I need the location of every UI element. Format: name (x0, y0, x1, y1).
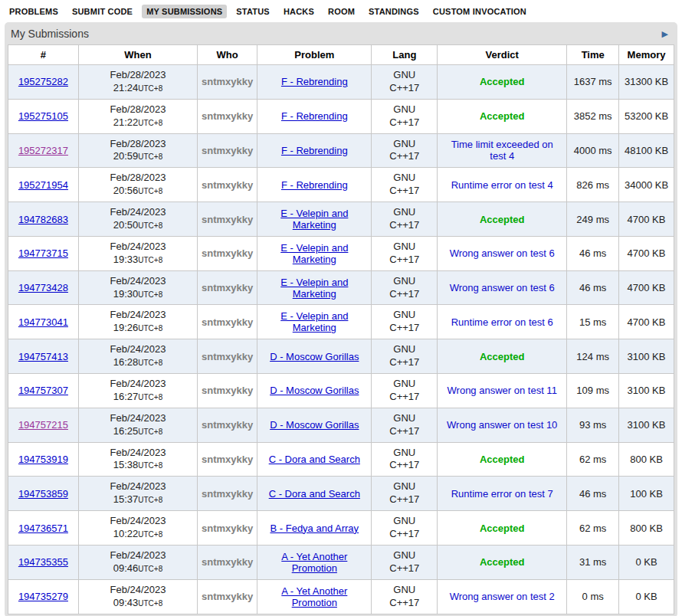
user-link[interactable]: sntmxykky (202, 556, 253, 568)
submissions-panel: My Submissions ▶ # When Who Problem Lang… (5, 22, 677, 616)
verdict-label: Time limit exceeded on test 4 (451, 139, 553, 162)
user-link[interactable]: sntmxykky (202, 591, 253, 602)
submission-id-link[interactable]: 195272317 (18, 145, 68, 156)
submission-id-link[interactable]: 195275282 (18, 76, 68, 87)
submission-lang-cell: GNU C++17 (372, 477, 438, 511)
submission-lang-cell: GNU C++17 (372, 511, 438, 546)
submission-memory-cell: 0 KB (619, 579, 674, 614)
submission-id-link[interactable]: 194773715 (18, 247, 68, 259)
submission-problem-cell: F - Rebrending (257, 99, 372, 133)
contest-nav: PROBLEMSSUBMIT CODEMY SUBMISSIONSSTATUSH… (0, 0, 682, 21)
submission-row: 194757307Feb/24/202316:27UTC+8sntmxykkyD… (8, 374, 674, 408)
submission-id-link[interactable]: 194735355 (18, 556, 68, 568)
col-header-id: # (8, 45, 79, 65)
problem-link[interactable]: F - Rebrending (281, 110, 348, 122)
nav-item-my-submissions[interactable]: MY SUBMISSIONS (142, 5, 227, 18)
submission-problem-cell: E - Velepin and Marketing (257, 270, 372, 305)
problem-link[interactable]: D - Moscow Gorillas (270, 419, 359, 431)
submission-id-link[interactable]: 194757413 (18, 351, 68, 362)
submission-lang-cell: GNU C++17 (372, 133, 438, 168)
nav-item-standings[interactable]: STANDINGS (364, 5, 424, 18)
col-header-lang: Lang (372, 45, 438, 65)
submission-date: Feb/28/2023 (82, 103, 194, 116)
submission-id-link[interactable]: 194753859 (18, 488, 68, 500)
expand-filter-icon[interactable]: ▶ (661, 30, 670, 38)
submission-memory-cell: 4700 KB (619, 270, 674, 305)
user-link[interactable]: sntmxykky (202, 110, 253, 122)
problem-link[interactable]: E - Velepin and Marketing (280, 242, 348, 265)
problem-link[interactable]: D - Moscow Gorillas (270, 385, 359, 396)
user-link[interactable]: sntmxykky (202, 488, 253, 500)
user-link[interactable]: sntmxykky (202, 282, 253, 293)
submission-memory-cell: 48100 KB (619, 133, 674, 168)
submission-verdict-cell: Accepted (438, 339, 567, 374)
problem-link[interactable]: A - Yet Another Promotion (281, 585, 347, 608)
submission-time: 10:22UTC+8 (82, 528, 194, 541)
submission-lang-cell: GNU C++17 (372, 65, 438, 100)
submission-time: 21:24UTC+8 (82, 82, 194, 95)
submission-id-link[interactable]: 194753919 (18, 454, 68, 465)
submission-id-link[interactable]: 194757215 (18, 419, 68, 431)
problem-link[interactable]: B - Fedya and Array (270, 523, 359, 534)
user-link[interactable]: sntmxykky (202, 351, 253, 362)
submission-id-link[interactable]: 194782683 (18, 214, 68, 225)
submission-id-link[interactable]: 194773428 (18, 282, 68, 293)
problem-link[interactable]: C - Dora and Search (269, 454, 360, 465)
submission-who-cell: sntmxykky (198, 579, 257, 614)
problem-link[interactable]: E - Velepin and Marketing (280, 277, 348, 300)
submission-lang-cell: GNU C++17 (372, 579, 438, 614)
user-link[interactable]: sntmxykky (202, 76, 253, 87)
nav-item-hacks[interactable]: HACKS (279, 5, 319, 18)
submission-id-link[interactable]: 195275105 (18, 110, 68, 122)
submission-id-link[interactable]: 194735279 (18, 591, 68, 602)
submission-id-link[interactable]: 194736571 (18, 523, 68, 534)
col-header-when: When (78, 45, 197, 65)
submission-who-cell: sntmxykky (198, 374, 257, 408)
user-link[interactable]: sntmxykky (202, 385, 253, 396)
submission-date: Feb/24/2023 (82, 584, 194, 597)
submission-id-cell: 194773041 (8, 305, 79, 339)
user-link[interactable]: sntmxykky (202, 316, 253, 328)
submission-row: 194782683Feb/24/202320:50UTC+8sntmxykkyE… (8, 202, 674, 237)
submission-id-link[interactable]: 194757307 (18, 385, 68, 396)
problem-link[interactable]: F - Rebrending (281, 179, 348, 191)
submission-who-cell: sntmxykky (198, 545, 257, 579)
user-link[interactable]: sntmxykky (202, 419, 253, 431)
col-header-verdict: Verdict (438, 45, 567, 65)
submission-memory-cell: 4700 KB (619, 305, 674, 339)
nav-item-status[interactable]: STATUS (231, 5, 274, 18)
user-link[interactable]: sntmxykky (202, 214, 253, 225)
submission-time: 16:25UTC+8 (82, 425, 194, 438)
timezone-label: UTC+8 (138, 599, 162, 608)
nav-item-custom-invocation[interactable]: CUSTOM INVOCATION (428, 5, 531, 18)
verdict-label: Accepted (480, 351, 525, 362)
submission-problem-cell: D - Moscow Gorillas (257, 374, 372, 408)
timezone-label: UTC+8 (138, 84, 162, 93)
nav-item-problems[interactable]: PROBLEMS (5, 5, 63, 18)
user-link[interactable]: sntmxykky (202, 523, 253, 534)
submission-id-link[interactable]: 194773041 (18, 316, 68, 328)
problem-link[interactable]: E - Velepin and Marketing (280, 310, 348, 333)
problem-link[interactable]: A - Yet Another Promotion (281, 551, 347, 574)
user-link[interactable]: sntmxykky (202, 247, 253, 259)
submission-row: 194753919Feb/24/202315:38UTC+8sntmxykkyC… (8, 442, 674, 477)
time-value: 10:22 (113, 528, 139, 539)
problem-link[interactable]: E - Velepin and Marketing (280, 208, 348, 231)
user-link[interactable]: sntmxykky (202, 454, 253, 465)
user-link[interactable]: sntmxykky (202, 145, 253, 156)
nav-item-submit-code[interactable]: SUBMIT CODE (67, 5, 137, 18)
submission-id-cell: 195275105 (8, 99, 79, 133)
submission-problem-cell: D - Moscow Gorillas (257, 339, 372, 374)
problem-link[interactable]: F - Rebrending (281, 76, 348, 87)
time-value: 16:27 (113, 391, 139, 402)
timezone-label: UTC+8 (138, 187, 162, 195)
submission-id-link[interactable]: 195271954 (18, 179, 68, 191)
submission-who-cell: sntmxykky (198, 442, 257, 477)
language-label: GNU C++17 (385, 480, 425, 506)
nav-item-room[interactable]: ROOM (323, 5, 359, 18)
problem-link[interactable]: C - Dora and Search (269, 488, 360, 500)
problem-link[interactable]: F - Rebrending (281, 145, 348, 156)
user-link[interactable]: sntmxykky (202, 179, 253, 191)
time-value: 16:25 (113, 425, 139, 437)
problem-link[interactable]: D - Moscow Gorillas (270, 351, 359, 362)
